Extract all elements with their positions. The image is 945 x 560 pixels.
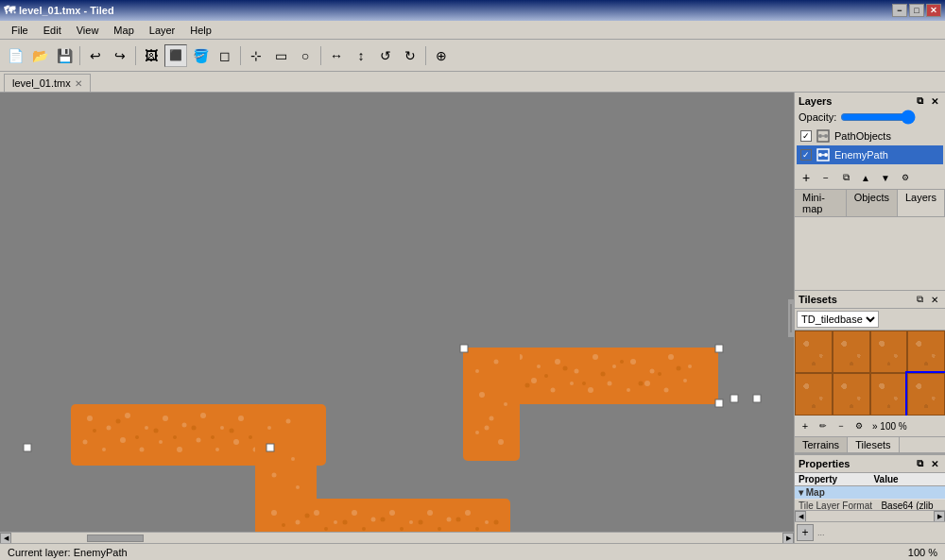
svg-rect-133 (715, 345, 723, 352)
tab-close-button[interactable]: ✕ (75, 78, 82, 89)
terrain-button[interactable]: ⬛ (164, 44, 187, 67)
scroll-right-button[interactable]: ▶ (782, 533, 794, 544)
add-tileset-button[interactable]: + (797, 417, 814, 434)
tile-cell-6[interactable] (833, 373, 870, 416)
remove-tileset-button[interactable]: − (833, 417, 850, 434)
tab-tilesets[interactable]: Tilesets (848, 437, 900, 452)
svg-rect-136 (266, 444, 274, 451)
svg-point-73 (135, 435, 139, 439)
flip-h-button[interactable]: ↔ (325, 44, 348, 67)
minimize-button[interactable]: − (892, 4, 907, 17)
props-scroll-left[interactable]: ◀ (795, 511, 806, 522)
tab-layers[interactable]: Layers (898, 190, 945, 216)
layer-properties-button[interactable]: ⚙ (896, 168, 915, 187)
properties-scroll[interactable]: ▾ Map Tile Layer Format Base64 (zlib Til… (795, 486, 945, 510)
tile-cell-7[interactable] (870, 373, 908, 416)
layer-item-enemypath[interactable]: ✓ EnemyPath (797, 145, 943, 164)
tile-cell-8[interactable] (907, 373, 945, 416)
svg-point-124 (362, 527, 366, 531)
open-button[interactable]: 📂 (28, 44, 51, 67)
new-button[interactable]: 📄 (4, 44, 26, 67)
menu-edit[interactable]: Edit (36, 23, 69, 38)
undo-button[interactable]: ↩ (84, 44, 107, 67)
scroll-left-button[interactable]: ◀ (0, 533, 11, 544)
layers-float-button[interactable]: ⧉ (913, 94, 926, 108)
add-property-button[interactable]: + (797, 524, 814, 541)
flip-v-button[interactable]: ↕ (350, 44, 372, 67)
svg-rect-132 (460, 345, 468, 352)
stamp-button[interactable]: 🖼 (140, 44, 163, 67)
svg-point-17 (551, 388, 556, 393)
close-button[interactable]: ✕ (926, 4, 941, 17)
tab-level01[interactable]: level_01.tmx ✕ (4, 74, 91, 92)
tab-terrains[interactable]: Terrains (795, 437, 848, 452)
menu-view[interactable]: View (69, 23, 107, 38)
properties-panel: Properties ⧉ ✕ Property Value ▾ Map (795, 454, 945, 543)
svg-point-8 (593, 354, 598, 360)
maximize-button[interactable]: □ (909, 4, 924, 17)
props-scroll-right[interactable]: ▶ (934, 511, 945, 522)
bucket-button[interactable]: 🪣 (189, 44, 212, 67)
svg-point-19 (588, 387, 593, 393)
tileset-props-button[interactable]: ⚙ (850, 417, 868, 434)
eraser-button[interactable]: ◻ (214, 44, 236, 67)
properties-header: Properties ⧉ ✕ (795, 455, 945, 473)
opacity-row: Opacity: (795, 110, 945, 125)
menu-help[interactable]: Help (182, 23, 219, 38)
rect-select-button[interactable]: ▭ (269, 44, 292, 67)
layer-item-pathobjects[interactable]: ✓ PathObjects (797, 127, 943, 145)
tilesets-close-button[interactable]: ✕ (928, 293, 941, 306)
tile-cell-3[interactable] (870, 331, 908, 373)
svg-point-7 (575, 369, 579, 374)
tile-cell-2[interactable] (833, 331, 870, 373)
layers-toolbar: + − ⧉ ▲ ▼ ⚙ (795, 166, 945, 190)
tile-cell-5[interactable] (795, 373, 833, 416)
svg-point-5 (537, 365, 541, 368)
svg-point-52 (200, 413, 206, 418)
select-button[interactable]: ⊹ (245, 44, 267, 67)
properties-float-button[interactable]: ⧉ (913, 457, 926, 470)
svg-point-9 (612, 365, 616, 368)
tileset-selector[interactable]: TD_tiledbase (797, 311, 879, 328)
horizontal-scrollbar[interactable]: ◀ ▶ (0, 532, 794, 543)
rotate-right-button[interactable]: ↻ (399, 44, 421, 67)
ellipse-select-button[interactable]: ○ (294, 44, 317, 67)
tab-objects[interactable]: Objects (847, 190, 898, 216)
zoom-in-button[interactable]: ⊕ (430, 44, 453, 67)
layer-visibility-enemypath[interactable]: ✓ (800, 149, 812, 161)
redo-button[interactable]: ↪ (109, 44, 131, 67)
add-layer-button[interactable]: + (797, 168, 816, 187)
h-scrollbar-track[interactable] (11, 533, 782, 544)
svg-point-51 (182, 423, 187, 428)
property-tile-layer-format-row: Tile Layer Format Base64 (zlib (795, 500, 945, 511)
duplicate-layer-button[interactable]: ⧉ (836, 168, 855, 187)
layers-close-button[interactable]: ✕ (928, 94, 941, 108)
opacity-slider[interactable] (840, 111, 916, 123)
resize-handle[interactable] (788, 299, 794, 337)
menu-map[interactable]: Map (106, 23, 141, 38)
tab-minimap[interactable]: Mini-map (795, 190, 847, 216)
remove-layer-button[interactable]: − (816, 168, 835, 187)
svg-point-12 (668, 354, 674, 360)
tile-cell-4[interactable] (907, 331, 945, 373)
tilesets-float-button[interactable]: ⧉ (913, 293, 926, 306)
svg-point-47 (107, 426, 112, 431)
rotate-left-button[interactable]: ↺ (374, 44, 397, 67)
map-canvas-area[interactable]: ◀ ▶ (0, 93, 794, 543)
edit-tileset-button[interactable]: ✏ (815, 417, 832, 434)
move-up-button[interactable]: ▲ (856, 168, 875, 187)
properties-h-scrollbar[interactable]: ◀ ▶ (795, 510, 945, 521)
svg-point-72 (116, 419, 121, 424)
layer-visibility-pathobjects[interactable]: ✓ (800, 130, 812, 142)
separator-5 (425, 46, 426, 65)
svg-point-54 (238, 416, 244, 421)
save-button[interactable]: 💾 (53, 44, 76, 67)
svg-point-16 (531, 378, 537, 383)
tile-cell-1[interactable] (795, 331, 833, 373)
menu-layer[interactable]: Layer (142, 23, 183, 38)
menu-file[interactable]: File (4, 23, 36, 38)
property-col-header: Property (795, 473, 870, 485)
properties-close-button[interactable]: ✕ (928, 457, 941, 470)
move-down-button[interactable]: ▼ (876, 168, 895, 187)
properties-table: ▾ Map Tile Layer Format Base64 (zlib Til… (795, 486, 945, 510)
